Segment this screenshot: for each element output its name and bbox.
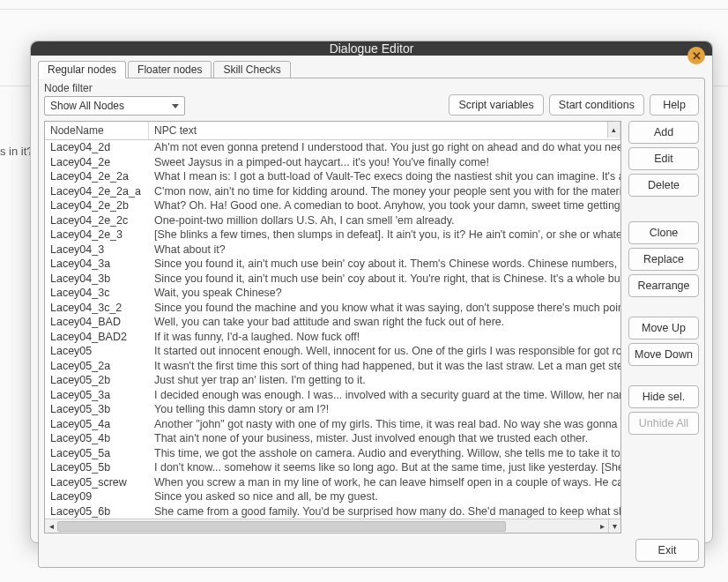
cell-nodename: Lacey04_3b <box>45 272 149 287</box>
table-row[interactable]: Lacey05_2aIt wasn't the first time this … <box>45 359 620 374</box>
cell-nodename: Lacey04_BAD2 <box>45 330 149 345</box>
cell-nodename: Lacey05_6b <box>45 504 149 519</box>
close-button[interactable]: ✕ <box>687 47 705 64</box>
edit-button[interactable]: Edit <box>628 147 699 170</box>
cell-npctext: It started out innocent enough. Well, in… <box>149 344 620 359</box>
node-filter-value: Show All Nodes <box>50 100 124 112</box>
cell-npctext: What about it? <box>149 242 620 257</box>
cell-nodename: Lacey04_2e_2a <box>45 169 149 184</box>
cell-nodename: Lacey05 <box>45 344 149 359</box>
node-table[interactable]: NodeName NPC text ▴ Lacey04_2dAh'm not e… <box>44 121 621 534</box>
table-row[interactable]: Lacey05_5bI don't know... somehow it see… <box>45 460 620 475</box>
table-row[interactable]: Lacey04_3cWait, you speak Chinese? <box>45 286 620 301</box>
table-row[interactable]: Lacey04_BAD2If it was funny, I'd-a laugh… <box>45 330 620 345</box>
cell-nodename: Lacey05_4b <box>45 431 149 446</box>
table-row[interactable]: Lacey05_5aThis time, we got the asshole … <box>45 446 620 461</box>
cell-nodename: Lacey04_3c <box>45 286 149 301</box>
tab-strip: Regular nodesFloater nodesSkill Checks <box>38 61 705 78</box>
dialogue-editor-window: Dialogue Editor ✕ Regular nodesFloater n… <box>30 41 713 543</box>
table-row[interactable]: Lacey05_4bThat ain't none of your busine… <box>45 431 620 446</box>
cell-npctext: [She blinks a few times, then slumps in … <box>149 228 620 242</box>
scroll-up-button[interactable]: ▴ <box>607 122 620 138</box>
cell-nodename: Lacey05_5a <box>45 446 149 461</box>
cell-nodename: Lacey05_5b <box>45 460 149 475</box>
tab-regular-nodes[interactable]: Regular nodes <box>38 61 126 78</box>
action-sidebar: Add Edit Delete Clone Replace Rearrange … <box>628 121 699 534</box>
cell-npctext: When you screw a man in my line of work,… <box>149 475 620 490</box>
table-row[interactable]: Lacey04_2e_2bWhat? Oh. Ha! Good one. A c… <box>45 198 620 213</box>
cell-nodename: Lacey04_2e_2b <box>45 198 149 213</box>
exit-button[interactable]: Exit <box>635 539 699 562</box>
cell-npctext: Another "john" got nasty with one of my … <box>149 417 620 432</box>
rearrange-button[interactable]: Rearrange <box>628 274 699 297</box>
scrollbar-thumb[interactable] <box>57 521 506 532</box>
node-filter-select[interactable]: Show All Nodes <box>44 96 185 116</box>
cell-nodename: Lacey09 <box>45 489 149 504</box>
column-header-nodename[interactable]: NodeName <box>45 122 149 139</box>
table-row[interactable]: Lacey05It started out innocent enough. W… <box>45 344 620 359</box>
cell-npctext: She came from a good family. You'd be su… <box>149 504 620 519</box>
unhide-all-button[interactable]: Unhide All <box>628 412 699 435</box>
tab-skill-checks[interactable]: Skill Checks <box>213 61 290 78</box>
table-row[interactable]: Lacey04_2eSweet Jaysus in a pimped-out h… <box>45 155 620 170</box>
table-row[interactable]: Lacey05_6bShe came from a good family. Y… <box>45 504 620 519</box>
replace-button[interactable]: Replace <box>628 248 699 271</box>
clone-button[interactable]: Clone <box>628 221 699 244</box>
cell-nodename: Lacey04_2e <box>45 155 149 170</box>
cell-npctext: It wasn't the first time this sort of th… <box>149 359 620 374</box>
cell-npctext: That ain't none of your business, mister… <box>149 431 620 446</box>
table-row[interactable]: Lacey04_2e_3[She blinks a few times, the… <box>45 228 620 242</box>
table-row[interactable]: Lacey05_4aAnother "john" got nasty with … <box>45 417 620 432</box>
table-row[interactable]: Lacey05_3bYou telling this damn story or… <box>45 402 620 417</box>
table-row[interactable]: Lacey04_3c_2Since you found the machine … <box>45 301 620 316</box>
script-variables-button[interactable]: Script variables <box>449 94 543 116</box>
add-button[interactable]: Add <box>628 121 699 144</box>
move-up-button[interactable]: Move Up <box>628 317 699 340</box>
table-row[interactable]: Lacey04_2e_2a_aC'mon now, ain't no time … <box>45 184 620 199</box>
cell-npctext: What? Oh. Ha! Good one. A comedian to bo… <box>149 198 620 213</box>
cell-npctext: You telling this damn story or am I?! <box>149 402 620 417</box>
cell-npctext: I decided enough was enough. I was... in… <box>149 388 620 403</box>
cell-nodename: Lacey05_4a <box>45 417 149 432</box>
table-row[interactable]: Lacey05_2bJust shut yer trap an' listen.… <box>45 373 620 388</box>
node-filter-label: Node filter <box>44 82 185 94</box>
cell-npctext: This time, we got the asshole on camera.… <box>149 446 620 461</box>
cell-npctext: Ah'm not even gonna pretend I understood… <box>149 140 620 155</box>
hide-sel-button[interactable]: Hide sel. <box>628 385 699 408</box>
cell-nodename: Lacey04_3a <box>45 257 149 272</box>
background-partial-text: s in it? <box>0 145 33 158</box>
titlebar: Dialogue Editor ✕ <box>31 41 712 56</box>
cell-npctext: What I mean is: I got a butt-load of Vau… <box>149 169 620 184</box>
cell-npctext: Well, you can take your bad attitude and… <box>149 315 620 330</box>
scroll-right-button[interactable]: ▸ <box>596 519 608 533</box>
cell-npctext: Sweet Jaysus in a pimped-out haycart... … <box>149 155 620 170</box>
table-row[interactable]: Lacey04_BADWell, you can take your bad a… <box>45 315 620 330</box>
table-row[interactable]: Lacey04_2e_2aWhat I mean is: I got a but… <box>45 169 620 184</box>
table-row[interactable]: Lacey04_3aSince you found it, ain't much… <box>45 257 620 272</box>
horizontal-scrollbar[interactable]: ◂ ▸ ▾ <box>45 519 620 533</box>
cell-npctext: C'mon now, ain't no time for kidding aro… <box>149 184 620 199</box>
table-row[interactable]: Lacey04_3bSince you found it, ain't much… <box>45 272 620 287</box>
column-header-npctext[interactable]: NPC text ▴ <box>149 122 620 139</box>
table-row[interactable]: Lacey09Since you asked so nice and all, … <box>45 489 620 504</box>
table-row[interactable]: Lacey05_3aI decided enough was enough. I… <box>45 388 620 403</box>
table-row[interactable]: Lacey04_2dAh'm not even gonna pretend I … <box>45 140 620 155</box>
tab-floater-nodes[interactable]: Floater nodes <box>128 61 212 78</box>
table-row[interactable]: Lacey04_3What about it? <box>45 242 620 257</box>
move-down-button[interactable]: Move Down <box>628 343 699 366</box>
cell-nodename: Lacey05_2b <box>45 373 149 388</box>
cell-nodename: Lacey04_BAD <box>45 315 149 330</box>
cell-nodename: Lacey04_3 <box>45 242 149 257</box>
delete-button[interactable]: Delete <box>628 174 699 197</box>
help-button[interactable]: Help <box>650 94 699 116</box>
cell-nodename: Lacey05_screw <box>45 475 149 490</box>
table-row[interactable]: Lacey05_screwWhen you screw a man in my … <box>45 475 620 490</box>
cell-nodename: Lacey04_2e_2a_a <box>45 184 149 199</box>
table-row[interactable]: Lacey04_2e_2cOne-point-two million dolla… <box>45 213 620 228</box>
scroll-down-button[interactable]: ▾ <box>608 519 620 533</box>
scroll-left-button[interactable]: ◂ <box>45 519 57 533</box>
cell-npctext: Since you asked so nice and all, be my g… <box>149 489 620 504</box>
start-conditions-button[interactable]: Start conditions <box>549 94 644 116</box>
window-title: Dialogue Editor <box>330 41 414 56</box>
cell-npctext: Just shut yer trap an' listen. I'm getti… <box>149 373 620 388</box>
